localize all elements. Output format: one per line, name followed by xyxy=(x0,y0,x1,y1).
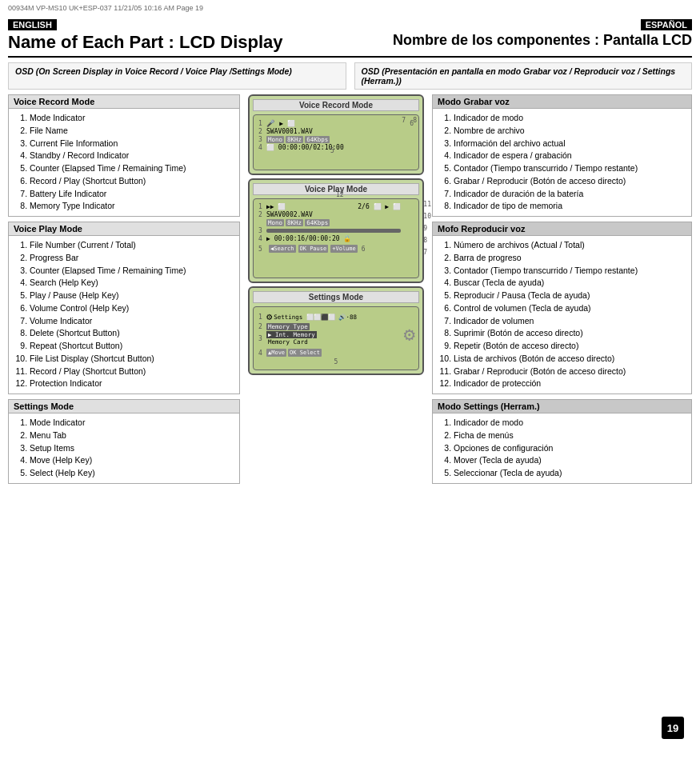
lcd-play-row-4a: 3 xyxy=(258,227,401,234)
settings-row-1: 1 ⚙️ Settings ⬜⬜⬛⬜ 🔊·88 xyxy=(258,311,414,322)
right-panel: Modo Grabar voz Indicador de modo Nombre… xyxy=(432,94,692,489)
lcd-pause-btn: OK Pause xyxy=(298,245,329,253)
list-item: Contador (Tiempo transcurrido / Tiempo r… xyxy=(454,162,685,175)
voice-play-content-es: Número de archivos (Actual / Total) Barr… xyxy=(433,236,691,393)
voice-record-section-en: Voice Record Mode Mode Indicator File Na… xyxy=(8,94,240,217)
lcd-row-1: 1 🎤 ▶ ⬜ 6 xyxy=(258,119,402,127)
list-item: Indicador de duración de la batería xyxy=(454,188,685,201)
list-item: Grabar / Reproducir (Botón de acceso dir… xyxy=(454,366,685,378)
list-item: Setup Items xyxy=(30,442,233,455)
lcd-settings: Settings Mode 1 ⚙️ Settings ⬜⬜⬛⬜ 🔊·88 2 … xyxy=(248,286,424,375)
osd-header-pair: OSD (On Screen Display in Voice Record /… xyxy=(8,62,692,90)
lcd-voice-play: Voice Play Mode 12 1110987 1 ▶▶ ⬜ 2/6 ⬜ … xyxy=(248,178,424,283)
voice-record-content-en: Mode Indicator File Name Current File In… xyxy=(9,109,239,216)
left-panel: Voice Record Mode Mode Indicator File Na… xyxy=(8,94,240,489)
settings-item-1: ▶ Int. Memory xyxy=(266,331,317,338)
settings-num-1: 1 xyxy=(258,314,266,321)
header-right: ESPAÑOL Nombre de los componentes : Pant… xyxy=(350,19,693,49)
settings-num-4: 4 xyxy=(258,350,266,357)
list-item: Record / Play (Shortcut Button) xyxy=(30,175,233,188)
settings-row-4: 4 ▲Move OK Select xyxy=(258,349,414,357)
list-item: Search (Help Key) xyxy=(30,277,233,290)
list-item: Menu Tab xyxy=(30,429,233,442)
lcd-row-num-4: 4 xyxy=(258,144,266,151)
list-item: Memory Type Indicator xyxy=(30,200,233,213)
lang-badge-es: ESPAÑOL xyxy=(641,19,692,30)
settings-move-btn: ▲Move xyxy=(266,349,286,357)
lcd-row-num-3: 3 xyxy=(258,136,266,143)
page-header: ENGLISH Name of Each Part : LCD Display … xyxy=(8,19,692,58)
lcd-play-num-3a: 3 xyxy=(258,227,266,234)
list-item: Opciones de configuración xyxy=(454,442,685,455)
list-item: Indicador de protección xyxy=(454,378,685,390)
list-item: Mover (Tecla de ayuda) xyxy=(454,454,685,467)
settings-row-2: 2 Memory Type xyxy=(258,323,414,330)
settings-section-en: Settings Mode Mode Indicator Menu Tab Se… xyxy=(8,399,240,484)
lcd-play-row-4b: 4 ▶ 00:00:16/00:00:20 🔒 xyxy=(258,235,401,242)
lcd-bar-play: Mono 8KHz 64Kbps xyxy=(266,219,401,226)
lcd-voice-record: Voice Record Mode 8 7 1 🎤 ▶ ⬜ 6 2 SWAV00… xyxy=(248,94,424,175)
list-item: Volume Control (Help Key) xyxy=(30,302,233,315)
lcd-row-2: 2 SWAV0001.WAV xyxy=(258,128,402,135)
list-item: Número de archivos (Actual / Total) xyxy=(454,239,685,252)
list-item: Contador (Tiempo transcurrido / Tiempo r… xyxy=(454,265,685,278)
list-item: Standby / Record Indicator xyxy=(30,150,233,162)
title-en: Name of Each Part : LCD Display xyxy=(8,32,350,53)
settings-select-btn: OK Select xyxy=(288,349,322,357)
settings-menu-items: ▶ Int. Memory Memory Card xyxy=(266,331,317,346)
list-item: Protection Indicator xyxy=(30,378,233,390)
center-panel: Voice Record Mode 8 7 1 🎤 ▶ ⬜ 6 2 SWAV00… xyxy=(248,94,424,489)
list-item: File Name xyxy=(30,125,233,138)
list-item: Mode Indicator xyxy=(30,417,233,429)
list-item: Mode Indicator xyxy=(30,112,233,125)
list-item: Repetir (Botón de acceso directo) xyxy=(454,340,685,353)
list-item: Información del archivo actual xyxy=(454,138,685,150)
lcd-num-6: 6 xyxy=(410,120,414,127)
list-item: Seleccionar (Tecla de ayuda) xyxy=(454,467,685,480)
lcd-play-row-1: 1 ▶▶ ⬜ 2/6 ⬜ ▶ ⬜ xyxy=(258,203,401,210)
lcd-row-num-5: 5 xyxy=(330,147,334,154)
page-meta: 00934M VP-MS10 UK+ESP-037 11/21/05 10:16… xyxy=(8,4,203,12)
settings-content-en: Mode Indicator Menu Tab Setup Items Move… xyxy=(9,413,239,483)
lcd-row-num-2: 2 xyxy=(258,128,266,135)
lcd-volume-btn: +Volume xyxy=(330,245,358,253)
lcd-row-3: 3 Mono 8KHz 64Kbps xyxy=(258,136,402,143)
lcd-filename-record: SWAV0001.WAV xyxy=(266,128,402,135)
header-left: ENGLISH Name of Each Part : LCD Display xyxy=(8,19,350,53)
list-item: Nombre de archivo xyxy=(454,125,685,138)
list-item: File List Display (Shortcut Button) xyxy=(30,353,233,366)
main-content: Voice Record Mode Mode Indicator File Na… xyxy=(8,94,692,489)
osd-header-en: OSD (On Screen Display in Voice Record /… xyxy=(8,62,346,90)
list-item: Volume Indicator xyxy=(30,315,233,328)
voice-record-content-es: Indicador de modo Nombre de archivo Info… xyxy=(433,109,691,216)
list-item: Repeat (Shortcut Button) xyxy=(30,340,233,353)
osd-header-es: OSD (Presentación en pantalla en modo Gr… xyxy=(354,62,693,90)
lcd-mic-icon: 🎤 ▶ ⬜ xyxy=(266,119,402,127)
settings-num-3: 3 xyxy=(258,335,266,342)
lcd-progress-bar xyxy=(266,229,401,233)
list-item: Buscar (Tecla de ayuda) xyxy=(454,277,685,290)
list-item: Ficha de menús xyxy=(454,429,685,442)
voice-play-title-en: Voice Play Mode xyxy=(9,222,239,236)
voice-play-content-en: File Number (Current / Total) Progress B… xyxy=(9,236,239,393)
list-item: Current File Information xyxy=(30,138,233,150)
lcd-settings-title: Settings Mode xyxy=(253,291,419,303)
lcd-bar-record: Mono 8KHz 64Kbps xyxy=(266,136,402,143)
list-item: Progress Bar xyxy=(30,252,233,265)
lcd-filename-play: SWAV0002.WAV xyxy=(266,211,401,218)
list-item: Indicador de modo xyxy=(454,417,685,429)
list-item: Counter (Elapsed Time / Remaining Time) xyxy=(30,162,233,175)
title-es: Nombre de los componentes : Pantalla LCD xyxy=(350,32,693,49)
lcd-standby-icon: ⬜ 00:00:00/02:10:00 xyxy=(266,144,402,151)
settings-tab-label: Memory Type xyxy=(266,323,310,330)
settings-num-5-container: 5 xyxy=(258,358,414,366)
list-item: Indicador de tipo de memoria xyxy=(454,200,685,213)
list-item: Indicador de volumen xyxy=(454,315,685,328)
settings-num-5: 5 xyxy=(334,358,338,366)
list-item: Select (Help Key) xyxy=(30,467,233,480)
lcd-settings-screen: 1 ⚙️ Settings ⬜⬜⬛⬜ 🔊·88 2 Memory Type 3 … xyxy=(253,306,419,370)
lcd-play-row-2: 2 SWAV0002.WAV xyxy=(258,211,401,218)
voice-record-section-es: Modo Grabar voz Indicador de modo Nombre… xyxy=(432,94,692,217)
settings-row-3: 3 ▶ Int. Memory Memory Card ⚙ xyxy=(258,331,414,346)
list-item: Lista de archivos (Botón de acceso direc… xyxy=(454,353,685,366)
